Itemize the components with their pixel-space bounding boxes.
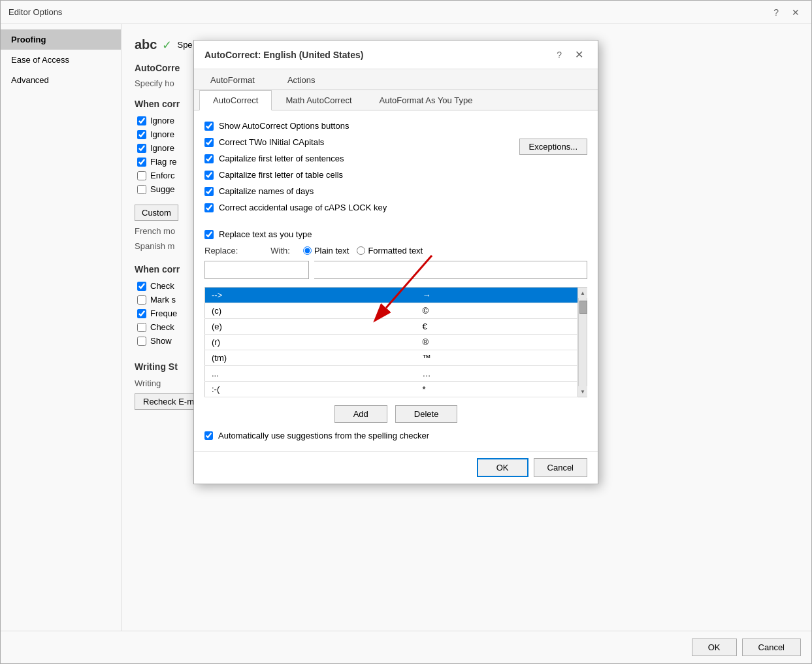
table-row-7[interactable]: :-( * (205, 382, 578, 397)
table-scrollbar: ▲ ▼ (578, 287, 587, 397)
capitalize-sentences-checkbox[interactable] (204, 154, 214, 163)
capitalize-days-row: Capitalize names of days (204, 186, 519, 196)
ignore-check-2[interactable] (137, 130, 146, 139)
correct-caps-checkbox[interactable] (204, 203, 214, 212)
dialog-sub-tab-bar: AutoCorrect Math AutoCorrect AutoFormat … (194, 90, 598, 110)
checkbox-group: Correct TWo INitial CApitals Capitalize … (204, 137, 519, 219)
dialog-title-controls: ? ✕ (553, 47, 587, 62)
with-cell-5: ™ (415, 350, 577, 366)
show-autocorrect-checkbox[interactable] (204, 122, 214, 131)
correct-two-checkbox[interactable] (204, 138, 214, 147)
correct-two-row: Correct TWo INitial CApitals (204, 137, 519, 147)
table-row-6[interactable]: ... … (205, 366, 578, 382)
replace-cell-7: :-( (205, 382, 416, 397)
table-row-5[interactable]: (tm) ™ (205, 350, 578, 366)
replace-cell-1: --> (205, 288, 416, 303)
scroll-up-button[interactable]: ▲ (578, 288, 587, 298)
correct-caps-row: Correct accidental usage of cAPS LOCK ke… (204, 203, 519, 212)
replace-cell-6: ... (205, 366, 416, 382)
formatted-text-radio[interactable] (357, 246, 365, 255)
dialog-close-button[interactable]: ✕ (571, 47, 587, 62)
formatted-text-label: Formatted text (368, 246, 423, 256)
window-close-button[interactable]: ✕ (788, 6, 804, 19)
with-label: With: (270, 246, 290, 256)
show-autocorrect-row: Show AutoCorrect Options buttons (204, 121, 587, 131)
replace-header-row: Replace: With: Plain text Formatted text (204, 246, 587, 256)
freq-check[interactable] (137, 309, 146, 318)
with-cell-3: € (415, 319, 577, 335)
replace-cell-4: (r) (205, 335, 416, 350)
mark-check[interactable] (137, 295, 146, 305)
with-cell-1: → (415, 288, 577, 303)
tab-actions[interactable]: Actions (271, 69, 332, 90)
show-autocorrect-label: Show AutoCorrect Options buttons (219, 121, 349, 131)
table-row-2[interactable]: (c) © (205, 303, 578, 319)
plain-text-radio[interactable] (303, 246, 312, 255)
flag-check[interactable] (137, 158, 146, 167)
add-button[interactable]: Add (334, 405, 387, 423)
exceptions-button[interactable]: Exceptions... (519, 139, 587, 155)
title-bar: Editor Options ? ✕ (1, 1, 811, 24)
scroll-track (579, 298, 587, 386)
replace-section: Replace text as you type Replace: With: … (204, 229, 587, 279)
check-check[interactable] (137, 282, 146, 291)
replace-checkbox[interactable] (204, 230, 214, 239)
replace-cell-3: (e) (205, 319, 416, 335)
with-cell-2: © (415, 303, 577, 319)
autocorrect-dialog: AutoCorrect: English (United States) ? ✕… (193, 40, 598, 484)
sidebar-item-ease-of-access[interactable]: Ease of Access (1, 50, 121, 70)
with-cell-6: … (415, 366, 577, 382)
dialog-help-button[interactable]: ? (553, 48, 566, 61)
delete-button[interactable]: Delete (395, 405, 458, 423)
dialog-title-bar: AutoCorrect: English (United States) ? ✕ (194, 41, 598, 69)
ignore-check-1[interactable] (137, 116, 146, 125)
with-section: With: Plain text Formatted text (270, 246, 423, 256)
with-cell-4: ® (415, 335, 577, 350)
with-input[interactable] (314, 261, 587, 279)
dialog-footer: OK Cancel (194, 451, 598, 484)
correct-caps-label: Correct accidental usage of cAPS LOCK ke… (219, 203, 387, 212)
sub-tab-math-autocorrect[interactable]: Math AutoCorrect (272, 90, 365, 110)
auto-suggest-checkbox[interactable] (204, 431, 213, 440)
correct-two-label: Correct TWo INitial CApitals (219, 137, 324, 147)
auto-suggest-row: Automatically use suggestions from the s… (204, 431, 587, 440)
capitalize-days-checkbox[interactable] (204, 187, 214, 196)
sidebar-item-proofing[interactable]: Proofing (1, 29, 121, 50)
dialog-content: Show AutoCorrect Options buttons Correct… (194, 110, 598, 451)
capitalize-table-checkbox[interactable] (204, 171, 214, 180)
dialog-ok-button[interactable]: OK (477, 458, 528, 477)
add-delete-row: Add Delete (204, 405, 587, 423)
table-row-1[interactable]: --> → (205, 288, 578, 303)
exceptions-row: Correct TWo INitial CApitals Capitalize … (204, 137, 587, 219)
custom-button[interactable]: Custom (135, 205, 178, 221)
dialog-cancel-button[interactable]: Cancel (534, 458, 587, 477)
ignore-check-3[interactable] (137, 144, 146, 153)
abc-icon: abc (135, 37, 157, 52)
main-cancel-button[interactable]: Cancel (742, 639, 801, 656)
title-bar-controls: ? ✕ (770, 6, 804, 19)
auto-suggest-label: Automatically use suggestions from the s… (218, 431, 429, 440)
plain-text-label: Plain text (314, 246, 349, 256)
replace-checkbox-label: Replace text as you type (219, 229, 312, 239)
tab-autoformat[interactable]: AutoFormat (194, 69, 271, 90)
scroll-down-button[interactable]: ▼ (578, 386, 587, 397)
replacement-table: --> → (c) © (e) € (r) ® (204, 287, 578, 397)
main-ok-button[interactable]: OK (692, 639, 737, 656)
table-row-4[interactable]: (r) ® (205, 335, 578, 350)
show-check[interactable] (137, 337, 146, 346)
sub-tab-autocorrect[interactable]: AutoCorrect (199, 90, 272, 110)
replace-checkbox-row: Replace text as you type (204, 229, 587, 239)
suggest-check[interactable] (137, 185, 146, 194)
sidebar-item-advanced[interactable]: Advanced (1, 70, 121, 90)
scroll-thumb (579, 301, 587, 314)
check2-check[interactable] (137, 323, 146, 332)
replace-input[interactable] (204, 261, 309, 279)
capitalize-sentences-label: Capitalize first letter of sentences (219, 154, 344, 163)
sub-tab-autoformat-as-you-type[interactable]: AutoFormat As You Type (366, 90, 487, 110)
enforce-check[interactable] (137, 171, 146, 180)
capitalize-table-label: Capitalize first letter of table cells (219, 170, 343, 180)
table-row-3[interactable]: (e) € (205, 319, 578, 335)
help-button[interactable]: ? (770, 6, 783, 19)
capitalize-table-row: Capitalize first letter of table cells (204, 170, 519, 180)
sidebar: Proofing Ease of Access Advanced (1, 24, 122, 632)
